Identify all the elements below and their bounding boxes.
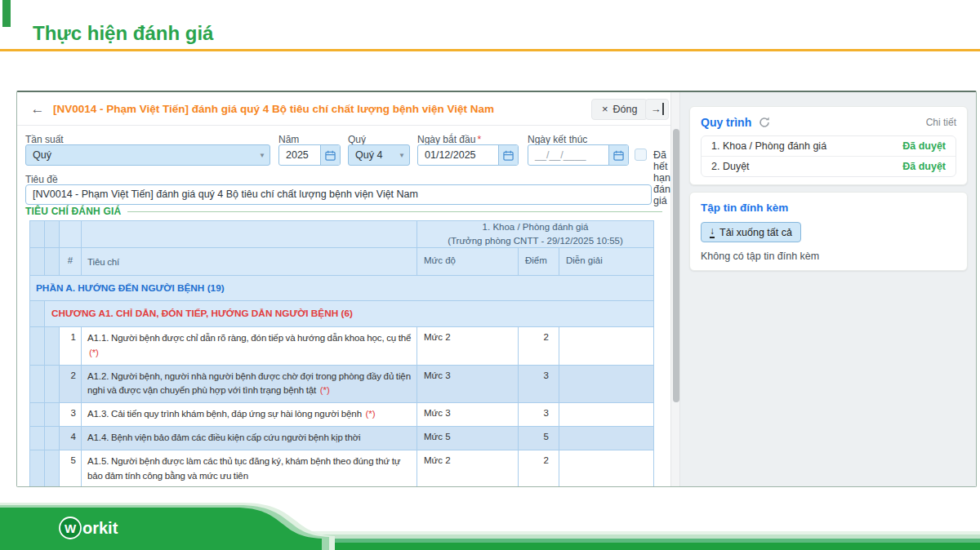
page: Thực hiện đánh giá ← [NV0014 - Phạm Việt…: [0, 0, 980, 550]
freq-select[interactable]: Quý ▼: [25, 144, 270, 166]
evaluation-title: [NV0014 - Phạm Việt Tiến] đánh giá quý 4…: [53, 92, 584, 126]
row-number: 3: [60, 403, 82, 426]
quarter-label: Quý: [348, 134, 366, 145]
row-explain-value[interactable]: [559, 427, 653, 450]
svg-text:W: W: [65, 521, 77, 535]
vertical-scrollbar-track[interactable]: [670, 92, 680, 487]
row-explain-value[interactable]: [559, 403, 653, 426]
panel-header: ← [NV0014 - Phạm Việt Tiến] đánh giá quý…: [17, 92, 670, 126]
corner-accent-bar: [2, 0, 11, 27]
workflow-step-label: 2. Duyệt: [711, 161, 750, 172]
calendar-icon[interactable]: [320, 145, 340, 165]
row-criteria-text: A1.2. Người bệnh, người nhà người bệnh đ…: [82, 366, 417, 403]
criteria-rows: 1 A1.1. Người bệnh được chỉ dẫn rõ ràng,…: [30, 327, 653, 487]
criteria-row[interactable]: 1 A1.1. Người bệnh được chỉ dẫn rõ ràng,…: [30, 327, 653, 366]
criteria-row[interactable]: 3 A1.3. Cải tiến quy trình khám bệnh, đá…: [30, 403, 653, 427]
required-asterisk: *: [477, 134, 481, 145]
start-date-label: Ngày bắt đầu*: [417, 134, 481, 145]
calendar-icon[interactable]: [608, 145, 628, 165]
workflow-step-status: Đã duyệt: [902, 161, 946, 172]
row-criteria-text: A1.5. Người bệnh được làm các thủ tục đă…: [82, 450, 417, 487]
title-field-input[interactable]: [NV0014 - Phạm Việt Tiến] đánh giá quý 4…: [25, 184, 652, 205]
svg-text:orkit: orkit: [82, 519, 118, 537]
workflow-step-status: Đã duyệt: [902, 140, 946, 152]
attachments-card: Tập tin đính kèm ↓ Tải xuống tất cả Khôn…: [689, 192, 968, 271]
end-date-input[interactable]: __/__/____: [528, 144, 629, 166]
close-button[interactable]: ×Đóng: [591, 99, 648, 120]
criteria-row[interactable]: 4 A1.4. Bệnh viện bảo đảm các điều kiện …: [30, 427, 653, 450]
row-criteria-text: A1.4. Bệnh viện bảo đảm các điều kiện cấ…: [82, 427, 417, 450]
year-label: Năm: [278, 134, 299, 145]
criteria-row[interactable]: 5 A1.5. Người bệnh được làm các thủ tục …: [30, 450, 653, 487]
row-level-value[interactable]: Mức 2: [417, 327, 519, 365]
group-header-evaluator: 1. Khoa / Phòng đánh giá (Trưởng phòng C…: [417, 221, 653, 247]
part-section-row: PHẦN A. HƯỚNG ĐẾN NGƯỜI BỆNH (19): [30, 276, 653, 301]
detail-link[interactable]: Chi tiết: [926, 117, 956, 128]
table-column-header-row: # Tiêu chí Mức độ Điểm Diễn giải: [30, 248, 653, 276]
attachments-empty-text: Không có tập tin đính kèm: [701, 251, 956, 262]
criteria-section-title: TIÊU CHÍ ĐÁNH GIÁ: [25, 206, 121, 217]
freq-label: Tần suất: [25, 134, 64, 145]
col-header-score: Điểm: [519, 248, 559, 275]
workflow-step: 1. Khoa / Phòng đánh giá Đã duyệt: [702, 136, 956, 156]
row-criteria-text: A1.1. Người bệnh được chỉ dẫn rõ ràng, đ…: [82, 327, 417, 365]
start-date-input[interactable]: 01/12/2025: [417, 144, 519, 166]
footer-wave-graphic: W orkit: [0, 499, 980, 550]
workflow-steps: 1. Khoa / Phòng đánh giá Đã duyệt 2. Duy…: [701, 135, 956, 177]
title-underline: [0, 49, 980, 51]
close-x-icon: ×: [602, 103, 608, 115]
chapter-section-row: CHƯƠNG A1. CHỈ DẪN, ĐÓN TIẾP, HƯỚNG DẪN …: [30, 301, 653, 327]
vertical-scrollbar-thumb[interactable]: [673, 129, 679, 402]
col-header-level: Mức độ: [417, 248, 519, 275]
row-explain-value[interactable]: [559, 327, 653, 365]
evaluation-panel: ← [NV0014 - Phạm Việt Tiến] đánh giá quý…: [17, 92, 670, 487]
section-divider: [127, 211, 662, 212]
chevron-down-icon: ▼: [255, 152, 270, 159]
row-explain-value[interactable]: [559, 366, 653, 403]
right-sidebar: Quy trình Chi tiết 1. Khoa / Phòng đánh …: [680, 92, 977, 487]
row-level-value[interactable]: Mức 3: [417, 366, 519, 403]
footer: W orkit: [0, 499, 980, 550]
collapse-right-icon: →: [651, 103, 664, 115]
download-icon: ↓: [710, 226, 715, 238]
end-date-label: Ngày kết thúc: [528, 134, 587, 145]
row-criteria-text: A1.3. Cải tiến quy trình khám bệnh, đáp …: [82, 403, 417, 426]
attachments-title: Tập tin đính kèm: [701, 202, 956, 214]
row-score-value[interactable]: 2: [519, 450, 559, 487]
row-number: 5: [60, 450, 82, 487]
workit-logo: W orkit: [60, 517, 118, 539]
col-header-explain: Diễn giải: [559, 248, 653, 275]
criteria-table: 1. Khoa / Phòng đánh giá (Trưởng phòng C…: [29, 220, 654, 487]
workflow-card: Quy trình Chi tiết 1. Khoa / Phòng đánh …: [689, 106, 968, 185]
col-header-num: #: [60, 248, 82, 275]
year-input[interactable]: 2025: [278, 144, 341, 166]
row-level-value[interactable]: Mức 5: [417, 427, 519, 450]
row-score-value[interactable]: 5: [519, 427, 559, 450]
row-score-value[interactable]: 3: [519, 366, 559, 403]
collapse-right-button[interactable]: →: [645, 99, 669, 120]
back-arrow-icon[interactable]: ←: [27, 99, 48, 119]
criteria-row[interactable]: 2 A1.2. Người bệnh, người nhà người bệnh…: [30, 366, 653, 404]
quarter-select[interactable]: Quý 4 ▼: [348, 144, 410, 166]
download-all-button[interactable]: ↓ Tải xuống tất cả: [701, 222, 801, 242]
row-number: 4: [60, 427, 82, 450]
row-level-value[interactable]: Mức 2: [417, 450, 519, 487]
row-explain-value[interactable]: [559, 450, 653, 487]
expired-checkbox[interactable]: [635, 149, 647, 161]
title-field-label: Tiêu đề: [25, 174, 58, 185]
workflow-title: Quy trình: [701, 116, 751, 129]
criteria-section-header: TIÊU CHÍ ĐÁNH GIÁ: [25, 206, 662, 217]
table-group-header-row: 1. Khoa / Phòng đánh giá (Trưởng phòng C…: [30, 221, 653, 248]
workflow-step: 2. Duyệt Đã duyệt: [702, 156, 956, 176]
calendar-icon[interactable]: [498, 145, 518, 165]
refresh-icon[interactable]: [759, 117, 770, 128]
col-header-criteria: Tiêu chí: [82, 248, 417, 275]
row-number: 2: [60, 366, 82, 403]
row-score-value[interactable]: 2: [519, 327, 559, 365]
chevron-down-icon: ▼: [394, 152, 409, 159]
row-level-value[interactable]: Mức 3: [417, 403, 519, 426]
row-score-value[interactable]: 3: [519, 403, 559, 426]
workarea: ← [NV0014 - Phạm Việt Tiến] đánh giá quý…: [16, 91, 977, 487]
page-title: Thực hiện đánh giá: [33, 22, 213, 45]
row-number: 1: [60, 327, 82, 365]
